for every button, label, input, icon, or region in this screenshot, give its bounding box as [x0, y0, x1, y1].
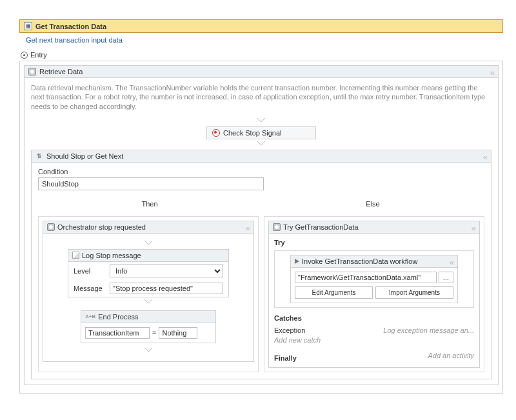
message-input[interactable] [110, 283, 223, 294]
flow-arrow-icon [48, 347, 248, 355]
assign-activity[interactable]: A+B End Process = [81, 310, 216, 343]
try-catch-header[interactable]: Try GetTransactionData « [269, 221, 479, 234]
assign-op: = [152, 329, 156, 337]
flow-arrow-icon [48, 299, 248, 306]
pencil-icon [72, 252, 79, 259]
else-label: Else [261, 198, 484, 210]
assign-title: End Process [98, 313, 138, 321]
then-label: Then [38, 198, 261, 210]
then-header[interactable]: Orchestrator stop requested « [43, 221, 253, 234]
if-header[interactable]: ⇅ Should Stop or Get Next « [32, 150, 491, 163]
import-arguments-button[interactable]: Import Arguments [375, 286, 453, 299]
assign-right[interactable] [159, 327, 197, 339]
then-title: Orchestrator stop requested [57, 223, 146, 231]
catches-label: Catches [274, 314, 474, 322]
add-new-catch[interactable]: Add new catch [274, 336, 474, 344]
log-header[interactable]: Log Stop message [68, 250, 228, 262]
check-stop-label: Check Stop Signal [223, 129, 282, 137]
check-stop-activity[interactable]: Check Stop Signal [206, 126, 316, 139]
play-icon [295, 259, 299, 264]
flow-arrow-icon [31, 141, 491, 148]
retrieve-title: Retrieve Data [39, 68, 83, 75]
invoke-header[interactable]: Invoke GetTransactionData workflow « [291, 255, 457, 268]
level-label: Level [74, 267, 106, 275]
flow-arrow-icon [31, 117, 491, 125]
browse-button[interactable]: ... [439, 272, 453, 283]
log-title: Log Stop message [82, 252, 141, 259]
collapse-icon[interactable]: « [471, 223, 476, 233]
sequence-icon [47, 223, 55, 231]
then-sequence[interactable]: Orchestrator stop requested « Log Stop m… [43, 221, 254, 362]
invoke-title: Invoke GetTransactionData workflow [302, 257, 417, 265]
collapse-icon[interactable]: « [246, 223, 250, 233]
try-label: Try [274, 239, 474, 246]
retrieve-header[interactable]: Retrieve Data « [25, 66, 498, 78]
else-column: Try GetTransactionData « Try Invoke [264, 216, 484, 372]
assign-icon: A+B [85, 314, 95, 319]
sequence-icon [273, 223, 281, 231]
log-activity[interactable]: Log Stop message Level Info Message [68, 249, 229, 297]
finally-action[interactable]: Add an activity [428, 352, 474, 359]
workflow-path-input[interactable] [295, 272, 437, 283]
message-label: Message [74, 285, 106, 292]
retrieve-data-sequence[interactable]: Retrieve Data « Data retrieval mechanism… [24, 65, 499, 385]
condition-label: Condition [38, 168, 484, 175]
assign-header[interactable]: A+B End Process [81, 311, 215, 323]
if-icon: ⇅ [35, 152, 43, 160]
exception-label: Exception [274, 326, 305, 334]
invoke-activity[interactable]: Invoke GetTransactionData workflow « ... [290, 255, 458, 303]
try-section: Invoke GetTransactionData workflow « ... [274, 250, 474, 308]
flow-arrow-icon [48, 240, 248, 248]
try-catch-title: Try GetTransactionData [283, 223, 359, 231]
sequence-icon [28, 68, 36, 75]
collapse-icon[interactable]: « [483, 152, 488, 162]
workflow-header: ▦ Get Transaction Data [19, 19, 503, 33]
edit-arguments-button[interactable]: Edit Arguments [295, 286, 373, 299]
assign-left[interactable] [85, 327, 150, 339]
exception-action[interactable]: Log exception message an... [383, 326, 474, 334]
outer-container: Retrieve Data « Data retrieval mechanism… [19, 61, 503, 394]
then-column: Orchestrator stop requested « Log Stop m… [38, 216, 259, 372]
if-title: Should Stop or Get Next [46, 152, 123, 160]
finally-label: Finally [274, 354, 297, 362]
retrieve-description: Data retrieval mechanism. The Transactio… [31, 83, 491, 111]
condition-input[interactable] [38, 177, 264, 190]
level-select[interactable]: Info [110, 265, 223, 277]
stop-icon [212, 129, 220, 137]
entry-label: Entry [30, 51, 47, 59]
workflow-icon: ▦ [24, 22, 32, 30]
try-catch-activity[interactable]: Try GetTransactionData « Try Invoke [268, 221, 480, 368]
entry-icon [21, 52, 28, 59]
entry-node: Entry [21, 51, 503, 59]
collapse-icon[interactable]: « [450, 257, 454, 267]
workflow-subtitle: Get next transaction input data [19, 33, 503, 47]
collapse-icon[interactable]: « [490, 68, 495, 77]
workflow-title: Get Transaction Data [35, 23, 106, 30]
if-activity[interactable]: ⇅ Should Stop or Get Next « Condition Th… [31, 150, 491, 379]
